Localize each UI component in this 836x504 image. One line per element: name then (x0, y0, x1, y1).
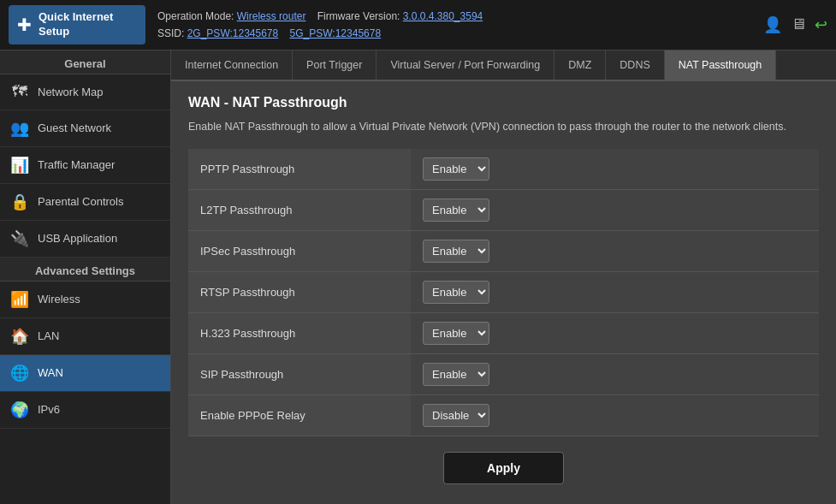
sidebar-item-label: IPv6 (38, 403, 60, 416)
operation-mode-label: Operation Mode: (157, 10, 234, 22)
apply-row: Apply (188, 452, 819, 484)
l2tp-select[interactable]: Enable Disable (423, 199, 489, 222)
app-container: ✚ Quick Internet Setup Operation Mode: W… (0, 0, 836, 504)
table-row: L2TP Passthrough Enable Disable (188, 189, 819, 230)
sidebar-item-label: Network Map (38, 86, 104, 98)
content-area: Internet Connection Port Trigger Virtual… (171, 50, 836, 504)
table-row: IPSec Passthrough Enable Disable (188, 230, 819, 271)
parental-controls-icon: 🔒 (10, 193, 29, 211)
firmware-label: Firmware Version: (317, 10, 400, 22)
table-row: SIP Passthrough Enable Disable (188, 353, 819, 394)
rtsp-value-cell: Enable Disable (411, 271, 819, 312)
rtsp-label: RTSP Passthrough (188, 271, 411, 312)
sidebar-item-ipv6[interactable]: 🌍 IPv6 (0, 392, 170, 429)
l2tp-label: L2TP Passthrough (188, 189, 411, 230)
sip-value-cell: Enable Disable (411, 353, 819, 394)
sidebar-item-label: Wireless (38, 293, 80, 305)
top-bar: ✚ Quick Internet Setup Operation Mode: W… (0, 0, 836, 50)
h323-select[interactable]: Enable Disable (423, 322, 489, 345)
sidebar-item-label: Traffic Manager (38, 158, 115, 171)
general-section-label: General (0, 50, 170, 74)
h323-value-cell: Enable Disable (411, 312, 819, 353)
operation-mode-value[interactable]: Wireless router (237, 10, 306, 22)
sidebar-item-label: USB Application (38, 232, 117, 245)
h323-label: H.323 Passthrough (188, 312, 411, 353)
ipsec-label: IPSec Passthrough (188, 230, 411, 271)
pptp-label: PPTP Passthrough (188, 149, 411, 190)
apply-button[interactable]: Apply (443, 452, 564, 484)
sidebar-item-parental-controls[interactable]: 🔒 Parental Controls (0, 184, 170, 221)
ssid-5g[interactable]: 5G_PSW:12345678 (290, 27, 382, 39)
sidebar: General 🗺 Network Map 👥 Guest Network 📊 … (0, 50, 171, 504)
sidebar-item-label: Guest Network (38, 122, 111, 134)
table-row: H.323 Passthrough Enable Disable (188, 312, 819, 353)
tab-ddns[interactable]: DDNS (606, 50, 664, 80)
ipsec-value-cell: Enable Disable (411, 230, 819, 271)
network-icon[interactable]: 🖥 (791, 15, 806, 33)
tab-port-trigger[interactable]: Port Trigger (293, 50, 376, 80)
sidebar-item-traffic-manager[interactable]: 📊 Traffic Manager (0, 147, 170, 184)
tab-internet-connection[interactable]: Internet Connection (171, 50, 293, 80)
sidebar-item-wireless[interactable]: 📶 Wireless (0, 282, 170, 318)
top-bar-icons: 👤 🖥 ↩ (763, 15, 827, 34)
tab-dmz[interactable]: DMZ (554, 50, 606, 80)
status-icon[interactable]: ↩ (815, 15, 827, 34)
sidebar-item-wan[interactable]: 🌐 WAN (0, 355, 170, 392)
pptp-value-cell: Enable Disable (411, 149, 819, 190)
table-row: RTSP Passthrough Enable Disable (188, 271, 819, 312)
network-map-icon: 🗺 (10, 83, 29, 101)
l2tp-value-cell: Enable Disable (411, 189, 819, 230)
pppoe-relay-value-cell: Disable Enable (411, 394, 819, 436)
ipv6-icon: 🌍 (10, 400, 29, 419)
top-bar-info: Operation Mode: Wireless router Firmware… (157, 8, 763, 43)
user-icon[interactable]: 👤 (763, 15, 782, 34)
sidebar-item-label: WAN (38, 366, 63, 379)
advanced-section-label: Advanced Settings (0, 258, 170, 282)
table-row: PPTP Passthrough Enable Disable (188, 149, 819, 190)
table-row: Enable PPPoE Relay Disable Enable (188, 394, 819, 436)
tab-nat-passthrough[interactable]: NAT Passthrough (665, 50, 777, 80)
operation-mode-line: Operation Mode: Wireless router Firmware… (157, 8, 763, 25)
sidebar-item-guest-network[interactable]: 👥 Guest Network (0, 110, 170, 147)
main-area: General 🗺 Network Map 👥 Guest Network 📊 … (0, 50, 836, 504)
guest-network-icon: 👥 (10, 119, 29, 138)
sidebar-item-lan[interactable]: 🏠 LAN (0, 318, 170, 355)
tabs-bar: Internet Connection Port Trigger Virtual… (171, 50, 836, 81)
ssid-line: SSID: 2G_PSW:12345678 5G_PSW:12345678 (157, 25, 763, 42)
tab-virtual-server[interactable]: Virtual Server / Port Forwarding (376, 50, 554, 80)
pptp-select[interactable]: Enable Disable (423, 157, 489, 181)
page-body: WAN - NAT Passthrough Enable NAT Passthr… (171, 81, 836, 504)
pppoe-relay-select[interactable]: Disable Enable (423, 404, 489, 427)
pppoe-relay-label: Enable PPPoE Relay (188, 394, 411, 436)
quick-setup-logo[interactable]: ✚ Quick Internet Setup (9, 5, 145, 44)
wireless-icon: 📶 (10, 290, 29, 309)
page-description: Enable NAT Passthrough to allow a Virtua… (188, 119, 819, 135)
firmware-value[interactable]: 3.0.0.4.380_3594 (403, 10, 483, 22)
lan-icon: 🏠 (10, 327, 29, 346)
ssid-2g[interactable]: 2G_PSW:12345678 (187, 27, 279, 39)
logo-label: Quick Internet Setup (39, 10, 113, 39)
logo-icon: ✚ (17, 15, 32, 35)
page-title: WAN - NAT Passthrough (188, 95, 819, 110)
traffic-manager-icon: 📊 (10, 156, 29, 175)
sidebar-item-label: LAN (38, 329, 59, 342)
ipsec-select[interactable]: Enable Disable (423, 240, 489, 263)
sip-label: SIP Passthrough (188, 353, 411, 394)
sidebar-item-usb-application[interactable]: 🔌 USB Application (0, 221, 170, 258)
sip-select[interactable]: Enable Disable (423, 363, 489, 386)
rtsp-select[interactable]: Enable Disable (423, 281, 489, 304)
sidebar-item-label: Parental Controls (38, 195, 123, 208)
nat-settings-table: PPTP Passthrough Enable Disable L2TP Pas… (188, 149, 819, 436)
wan-icon: 🌐 (10, 364, 29, 382)
sidebar-item-network-map[interactable]: 🗺 Network Map (0, 74, 170, 110)
ssid-label: SSID: (157, 27, 184, 39)
usb-application-icon: 🔌 (10, 229, 29, 248)
